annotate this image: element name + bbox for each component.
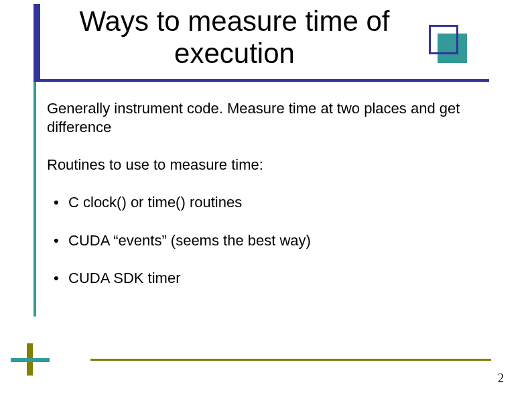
slide: Ways to measure time of execution Genera… <box>0 0 532 399</box>
title-underline <box>34 79 489 82</box>
bullet-list: C clock() or time() routines CUDA “event… <box>54 193 503 287</box>
footer-divider <box>90 359 491 361</box>
footer-cross-horizontal-icon <box>11 358 50 362</box>
list-item: CUDA SDK timer <box>54 269 503 288</box>
body-accent-bar <box>34 82 36 317</box>
intro-paragraph: Generally instrument code. Measure time … <box>47 99 503 137</box>
subhead-paragraph: Routines to use to measure time: <box>47 156 503 174</box>
title-square-front-icon <box>429 25 458 54</box>
list-item: CUDA “events” (seems the best way) <box>54 231 503 250</box>
page-number: 2 <box>498 372 504 386</box>
title-accent-bar <box>34 4 40 81</box>
slide-body: Generally instrument code. Measure time … <box>47 99 503 306</box>
list-item: C clock() or time() routines <box>54 193 503 212</box>
slide-title: Ways to measure time of execution <box>47 5 422 70</box>
